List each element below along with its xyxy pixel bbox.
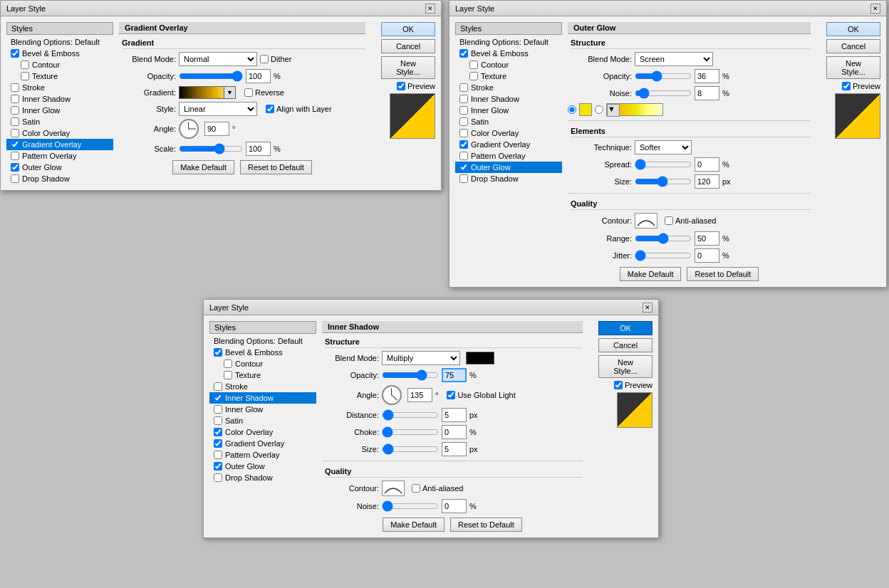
size-value-2[interactable]: [695, 174, 719, 189]
jitter-slider-2[interactable]: [635, 250, 692, 261]
cb-2-color-overlay[interactable]: [459, 129, 468, 137]
sidebar-item-3-satin[interactable]: Satin: [209, 415, 316, 426]
opacity-value[interactable]: [246, 69, 271, 83]
anti-aliased-label-2[interactable]: Anti-aliased: [665, 216, 716, 225]
sidebar-item-3-pattern-overlay[interactable]: Pattern Overlay: [209, 449, 316, 461]
sidebar-item-blending-options[interactable]: Blending Options: Default: [6, 36, 113, 48]
sidebar-item-gradient-overlay[interactable]: Gradient Overlay: [6, 139, 113, 150]
checkbox-drop-shadow[interactable]: [11, 174, 19, 183]
noise-slider-3[interactable]: [382, 500, 439, 512]
angle-value[interactable]: [204, 122, 229, 136]
cb-3-outer-glow[interactable]: [214, 462, 222, 471]
sidebar-item-color-overlay[interactable]: Color Overlay: [6, 127, 113, 139]
sidebar-item-3-texture[interactable]: Texture: [209, 369, 316, 381]
sidebar-item-pattern-overlay[interactable]: Pattern Overlay: [6, 150, 113, 162]
cb-2-outer-glow[interactable]: [459, 163, 468, 172]
use-global-light-checkbox[interactable]: [447, 391, 455, 399]
sidebar-item-contour[interactable]: Contour: [6, 59, 113, 70]
new-style-btn-3[interactable]: New Style...: [598, 355, 653, 378]
gradient-bar[interactable]: ▼: [179, 86, 236, 99]
use-global-light-label[interactable]: Use Global Light: [447, 391, 515, 399]
angle-value-3[interactable]: [407, 388, 432, 402]
sidebar-item-drop-shadow[interactable]: Drop Shadow: [6, 173, 113, 184]
sidebar-item-3-gradient-overlay[interactable]: Gradient Overlay: [209, 438, 316, 449]
sidebar-item-2-pattern-overlay[interactable]: Pattern Overlay: [455, 150, 562, 162]
sidebar-item-3-contour[interactable]: Contour: [209, 358, 316, 369]
sidebar-item-3-bevel[interactable]: Bevel & Emboss: [209, 347, 316, 358]
contour-thumb-3[interactable]: [382, 481, 405, 496]
cb-3-bevel[interactable]: [214, 348, 222, 357]
glow-color-radio[interactable]: [568, 105, 576, 114]
opacity-slider-2[interactable]: [635, 70, 692, 82]
technique-select-2[interactable]: Softer Precise: [635, 140, 692, 154]
sidebar-item-2-inner-glow[interactable]: Inner Glow: [455, 105, 562, 116]
noise-slider-2[interactable]: [635, 88, 692, 99]
distance-slider-3[interactable]: [382, 409, 439, 421]
sidebar-item-3-blending[interactable]: Blending Options: Default: [209, 335, 316, 347]
sidebar-item-3-inner-glow[interactable]: Inner Glow: [209, 404, 316, 415]
size-slider-3[interactable]: [382, 443, 439, 455]
sidebar-item-inner-glow[interactable]: Inner Glow: [6, 105, 113, 116]
cb-3-color-overlay[interactable]: [214, 428, 222, 436]
sidebar-item-3-inner-shadow[interactable]: Inner Shadow: [209, 392, 316, 404]
cb-2-pattern-overlay[interactable]: [459, 152, 468, 160]
contour-thumb-2[interactable]: [635, 213, 657, 229]
opacity-slider-3[interactable]: [382, 369, 439, 381]
cb-2-texture[interactable]: [469, 72, 478, 80]
ok-btn-2[interactable]: OK: [826, 22, 880, 36]
align-layer-check-label[interactable]: Align with Layer: [266, 105, 332, 113]
sidebar-item-2-blending[interactable]: Blending Options: Default: [455, 36, 562, 48]
cb-3-drop-shadow[interactable]: [214, 473, 222, 482]
anti-aliased-label-3[interactable]: Anti-aliased: [412, 484, 463, 493]
cb-2-gradient-overlay[interactable]: [459, 140, 468, 149]
jitter-value-2[interactable]: [695, 248, 719, 263]
cb-2-inner-shadow[interactable]: [459, 95, 468, 103]
checkbox-bevel-emboss[interactable]: [11, 49, 19, 58]
checkbox-inner-glow[interactable]: [11, 106, 19, 115]
checkbox-gradient-overlay[interactable]: [11, 140, 19, 149]
checkbox-outer-glow[interactable]: [11, 163, 19, 172]
sidebar-item-3-color-overlay[interactable]: Color Overlay: [209, 426, 316, 438]
preview-checkbox-1[interactable]: [397, 82, 405, 90]
cb-3-inner-glow[interactable]: [214, 405, 222, 414]
sidebar-item-2-inner-shadow[interactable]: Inner Shadow: [455, 93, 562, 105]
sidebar-item-2-texture[interactable]: Texture: [455, 70, 562, 82]
size-slider-2[interactable]: [635, 176, 692, 187]
cb-2-inner-glow[interactable]: [459, 106, 468, 115]
cb-2-contour[interactable]: [469, 61, 478, 69]
cb-3-texture[interactable]: [224, 371, 232, 379]
blend-mode-select-2[interactable]: Screen Normal Multiply: [635, 52, 713, 66]
preview-checkbox-2[interactable]: [842, 82, 851, 90]
distance-value-3[interactable]: [442, 408, 467, 422]
anti-aliased-checkbox-3[interactable]: [412, 484, 420, 493]
anti-aliased-checkbox-2[interactable]: [665, 216, 673, 225]
reset-default-btn-3[interactable]: Reset to Default: [450, 518, 522, 532]
cb-3-satin[interactable]: [214, 416, 222, 425]
checkbox-stroke[interactable]: [11, 83, 19, 92]
checkbox-contour[interactable]: [21, 61, 29, 69]
close-button-1[interactable]: ✕: [425, 4, 435, 14]
sidebar-item-satin[interactable]: Satin: [6, 116, 113, 127]
scale-slider[interactable]: [179, 143, 243, 154]
checkbox-color-overlay[interactable]: [11, 129, 19, 137]
checkbox-inner-shadow[interactable]: [11, 95, 19, 103]
cb-3-inner-shadow[interactable]: [214, 394, 222, 402]
checkbox-satin[interactable]: [11, 117, 19, 126]
angle-dial[interactable]: [179, 119, 199, 139]
new-style-btn-2[interactable]: New Style...: [826, 56, 880, 79]
make-default-btn-2[interactable]: Make Default: [620, 267, 682, 281]
cb-2-drop-shadow[interactable]: [459, 174, 468, 183]
reverse-checkbox[interactable]: [244, 88, 253, 97]
glow-gradient-radio[interactable]: [595, 105, 603, 114]
cancel-btn-1[interactable]: Cancel: [381, 39, 435, 53]
range-slider-2[interactable]: [635, 233, 692, 244]
ok-btn-1[interactable]: OK: [381, 22, 435, 36]
sidebar-item-bevel-emboss[interactable]: Bevel & Emboss: [6, 48, 113, 59]
opacity-slider[interactable]: [179, 70, 243, 82]
blend-color-swatch-3[interactable]: [466, 352, 494, 364]
preview-check-1[interactable]: Preview: [397, 82, 435, 90]
cancel-btn-2[interactable]: Cancel: [826, 39, 880, 53]
close-button-2[interactable]: ✕: [870, 4, 880, 14]
checkbox-pattern-overlay[interactable]: [11, 152, 19, 160]
cb-2-bevel[interactable]: [459, 49, 468, 58]
